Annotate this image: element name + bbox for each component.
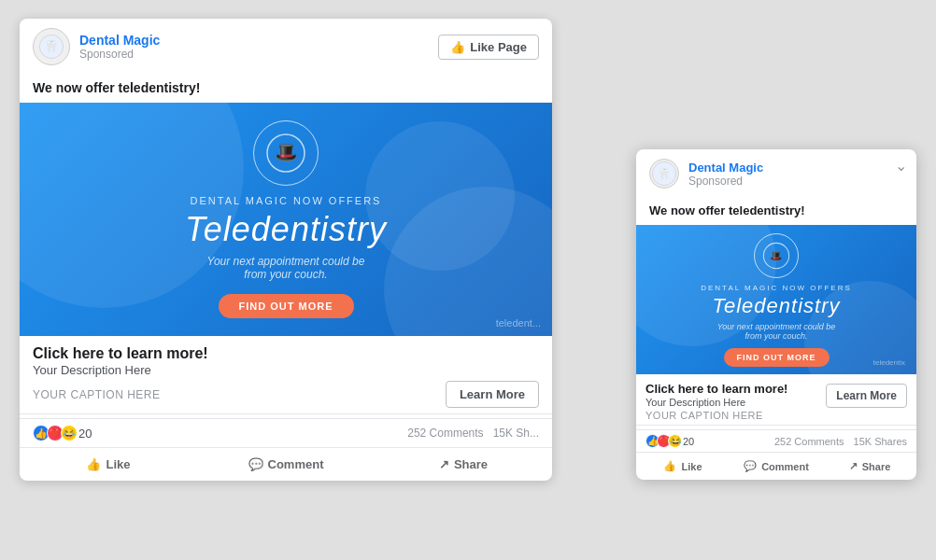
- small-ad-logo: 🎩: [754, 233, 799, 278]
- small-sponsored: Sponsored: [688, 175, 763, 188]
- small-share-icon: ↗: [849, 460, 858, 472]
- large-ad-subtitle: Your next appointment could befrom your …: [207, 255, 365, 281]
- large-sponsored: Sponsored: [79, 48, 160, 61]
- large-share-icon: ↗: [439, 457, 449, 471]
- large-ad-row: YOUR CAPTION HERE Learn More: [33, 381, 539, 408]
- small-post-text: We now offer teledentistry!: [636, 198, 916, 225]
- small-ad-image[interactable]: 🎩 Dental Magic Now Offers Teledentistry …: [636, 225, 916, 374]
- small-page-info: Dental Magic Sponsored: [688, 161, 763, 188]
- small-comment-icon: 💬: [744, 460, 757, 472]
- large-page-name[interactable]: Dental Magic: [79, 33, 160, 48]
- large-like-icon: 👍: [86, 457, 101, 471]
- large-ad-logo: 🎩: [253, 120, 319, 186]
- large-ad-watermark: teledent...: [496, 317, 541, 329]
- large-page-info: Dental Magic Sponsored: [79, 33, 160, 61]
- large-ad-caption: YOUR CAPTION HERE: [33, 388, 161, 401]
- small-ad-caption: Your Caption Here: [645, 410, 787, 421]
- large-post-text: We now offer teledentistry!: [20, 75, 552, 103]
- large-reactions-bar: 👍 ❤️ 😂 20 252 Comments 15K Sh...: [20, 418, 552, 447]
- small-like-icon: 👍: [663, 460, 676, 472]
- small-reactions-bar: 👍 ❤️ 😂 20 252 Comments 15K Shares: [636, 429, 916, 452]
- large-reactions-left: 👍 ❤️ 😂 20: [33, 425, 92, 441]
- small-reactions-left: 👍 ❤️ 😂 20: [645, 434, 694, 448]
- small-close-button[interactable]: ⌄: [895, 159, 907, 174]
- thumbs-up-icon: 👍: [450, 40, 465, 54]
- small-comments-count: 252 Comments: [774, 436, 844, 447]
- small-ad-cta-button[interactable]: Find Out More: [724, 348, 830, 367]
- svg-text:🦷: 🦷: [658, 167, 671, 180]
- large-card-bottom: Click here to learn more! Your Descripti…: [20, 336, 552, 413]
- large-reaction-emojis: 👍 ❤️ 😂: [33, 425, 75, 441]
- large-card-header-left: 🦷 Dental Magic Sponsored: [33, 28, 160, 65]
- small-haha-emoji: 😂: [668, 434, 682, 448]
- large-reactions-right: 252 Comments 15K Sh...: [407, 427, 539, 440]
- large-divider-1: [20, 413, 552, 414]
- large-ad-description: Your Description Here: [33, 363, 539, 377]
- small-card-header-left: 🦷 Dental Magic Sponsored: [649, 159, 763, 189]
- large-ad-image[interactable]: 🎩 Dental Magic Now Offers Teledentistry …: [20, 103, 552, 336]
- small-reactions-right: 252 Comments 15K Shares: [774, 436, 907, 447]
- small-like-button[interactable]: 👍 Like: [636, 455, 730, 478]
- small-share-button[interactable]: ↗ Share: [823, 455, 916, 478]
- large-avatar: 🦷: [33, 28, 70, 65]
- small-card-text-block: Click here to learn more! Your Descripti…: [645, 382, 787, 421]
- small-ad-title: Teledentistry: [713, 294, 841, 318]
- small-ad-watermark: teledentix: [873, 358, 905, 367]
- blob3: [365, 121, 515, 271]
- large-ad-tagline: Dental Magic Now Offers: [191, 195, 382, 206]
- large-like-page-button[interactable]: 👍 Like Page: [438, 35, 539, 60]
- small-action-bar: 👍 Like 💬 Comment ↗ Share: [636, 452, 916, 480]
- small-comment-button[interactable]: 💬 Comment: [730, 455, 823, 478]
- svg-text:🎩: 🎩: [770, 249, 783, 262]
- small-ad-tagline: Dental Magic Now Offers: [701, 284, 852, 292]
- small-card-header: 🦷 Dental Magic Sponsored ⌄: [636, 149, 916, 198]
- small-card-bottom: Click here to learn more! Your Descripti…: [636, 374, 916, 425]
- small-learn-more-button[interactable]: Learn More: [826, 384, 907, 408]
- large-reaction-count: 20: [78, 427, 92, 441]
- large-comment-icon: 💬: [248, 457, 263, 471]
- small-divider-1: [636, 425, 916, 426]
- large-ad-cta-button[interactable]: Find Out More: [219, 294, 354, 318]
- large-haha-emoji: 😂: [61, 425, 78, 441]
- large-comments-count: 252 Comments: [407, 427, 483, 440]
- small-page-name[interactable]: Dental Magic: [688, 161, 763, 175]
- large-share-button[interactable]: ↗ Share: [375, 450, 552, 479]
- large-comment-button[interactable]: 💬 Comment: [197, 450, 375, 479]
- large-learn-more-button[interactable]: Learn More: [446, 381, 539, 408]
- small-card: 🦷 Dental Magic Sponsored ⌄ We now offer …: [636, 149, 916, 480]
- small-reaction-emojis: 👍 ❤️ 😂: [645, 434, 679, 448]
- large-card: 🦷 Dental Magic Sponsored 👍 Like Page We …: [20, 19, 552, 481]
- large-like-button[interactable]: 👍 Like: [20, 450, 197, 479]
- svg-text:🎩: 🎩: [275, 141, 298, 163]
- small-avatar: 🦷: [649, 159, 679, 189]
- small-ad-subtitle: Your next appointment could befrom your …: [717, 322, 836, 341]
- large-ad-headline: Click here to learn more!: [33, 345, 539, 362]
- small-ad-description: Your Description Here: [645, 397, 787, 408]
- small-reaction-count: 20: [683, 436, 694, 447]
- large-action-bar: 👍 Like 💬 Comment ↗ Share: [20, 447, 552, 481]
- small-ad-headline: Click here to learn more!: [645, 382, 787, 396]
- large-shares-count: 15K Sh...: [493, 427, 539, 440]
- svg-text:🦷: 🦷: [44, 39, 59, 54]
- large-ad-title: Teledentistry: [185, 210, 387, 249]
- small-shares-count: 15K Shares: [854, 436, 907, 447]
- large-card-header: 🦷 Dental Magic Sponsored 👍 Like Page: [20, 19, 552, 75]
